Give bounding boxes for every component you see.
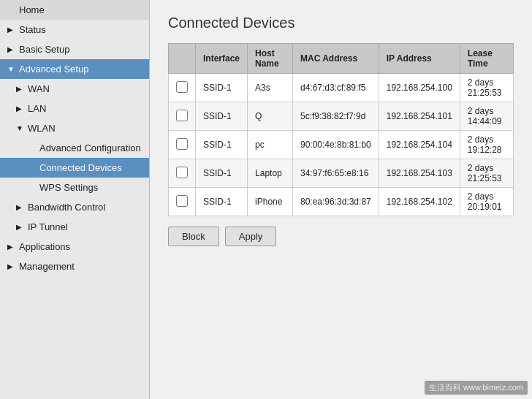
host-name: A3s [248,74,293,102]
action-buttons: Block Apply [168,227,514,246]
col-header-5: Lease Time [460,44,513,74]
sidebar-item-advanced-setup[interactable]: ▼Advanced Setup [0,59,149,79]
col-header-0 [169,44,196,74]
page-title: Connected Devices [168,15,514,31]
sidebar-label: WPS Settings [39,182,98,193]
apply-button[interactable]: Apply [225,227,277,246]
block-button[interactable]: Block [168,227,219,246]
sidebar-item-status[interactable]: ▶Status [0,20,149,39]
lease-time: 2 days 19:12:28 [460,131,513,159]
row-checkbox-cell [169,131,196,159]
interface: SSID-1 [196,131,248,159]
arrow-icon: ▶ [7,262,16,270]
host-name: Q [248,102,293,131]
sidebar-label: Connected Devices [39,162,122,173]
sidebar-label: Home [19,4,45,15]
sidebar-label: WAN [28,83,50,94]
table-row: SSID-1Laptop34:97:f6:65:e8:16192.168.254… [169,159,514,188]
sidebar-item-connected-devices[interactable]: Connected Devices [0,158,149,178]
interface: SSID-1 [196,102,248,131]
sidebar-label: Applications [19,241,70,252]
sidebar-item-applications[interactable]: ▶Applications [0,237,149,256]
ip-address: 192.168.254.101 [379,102,460,131]
table-row: SSID-1Q5c:f9:38:82:f7:9d192.168.254.1012… [169,102,514,131]
sidebar-item-wlan[interactable]: ▼WLAN [0,118,149,138]
sidebar-item-bandwidth-control[interactable]: ▶Bandwidth Control [0,197,149,217]
sidebar-item-lan[interactable]: ▶LAN [0,99,149,118]
col-header-2: Host Name [248,44,293,74]
host-name: pc [248,131,293,159]
sidebar-item-advanced-config[interactable]: Advanced Configuration [0,138,149,158]
host-name: iPhone [248,188,293,216]
main-content: Connected Devices InterfaceHost NameMAC … [150,0,532,399]
lease-time: 2 days 21:25:53 [460,74,513,102]
sidebar-label: LAN [28,103,46,114]
devices-table: InterfaceHost NameMAC AddressIP AddressL… [168,43,514,216]
arrow-icon: ▶ [7,26,16,34]
arrow-icon: ▶ [16,85,25,93]
sidebar-label: Advanced Setup [19,64,88,75]
row-checkbox-2[interactable] [176,138,188,150]
sidebar-item-basic-setup[interactable]: ▶Basic Setup [0,39,149,59]
lease-time: 2 days 20:19:01 [460,188,513,216]
ip-address: 192.168.254.103 [379,159,460,188]
ip-address: 192.168.254.102 [379,188,460,216]
arrow-icon: ▶ [7,243,16,251]
sidebar-item-wps-settings[interactable]: WPS Settings [0,178,149,197]
mac-address: 34:97:f6:65:e8:16 [292,159,379,188]
row-checkbox-cell [169,102,196,131]
table-row: SSID-1A3sd4:67:d3:cf:89:f5192.168.254.10… [169,74,514,102]
sidebar-item-ip-tunnel[interactable]: ▶IP Tunnel [0,217,149,237]
sidebar-label: Basic Setup [19,44,69,55]
arrow-icon: ▶ [16,104,25,113]
mac-address: 90:00:4e:8b:81:b0 [292,131,379,159]
arrow-icon: ▼ [7,65,16,73]
sidebar-label: WLAN [28,123,56,134]
row-checkbox-4[interactable] [176,195,188,207]
interface: SSID-1 [196,188,248,216]
arrow-icon: ▶ [16,203,25,211]
interface: SSID-1 [196,159,248,188]
arrow-placeholder [28,144,37,152]
table-header: InterfaceHost NameMAC AddressIP AddressL… [169,44,514,74]
lease-time: 2 days 21:25:53 [460,159,513,188]
row-checkbox-0[interactable] [176,81,188,93]
row-checkbox-cell [169,74,196,102]
sidebar-label: Management [19,261,75,272]
col-header-3: MAC Address [292,44,379,74]
ip-address: 192.168.254.100 [379,74,460,102]
arrow-icon: ▶ [7,45,16,53]
sidebar-item-home[interactable]: Home [0,0,149,20]
ip-address: 192.168.254.104 [379,131,460,159]
col-header-1: Interface [196,44,248,74]
row-checkbox-cell [169,188,196,216]
sidebar-label: Status [19,24,46,35]
host-name: Laptop [248,159,293,188]
row-checkbox-3[interactable] [176,167,188,178]
sidebar-label: Advanced Configuration [39,142,141,153]
row-checkbox-cell [169,159,196,188]
arrow-placeholder [7,6,16,14]
arrow-placeholder [28,183,37,191]
interface: SSID-1 [196,74,248,102]
arrow-icon: ▼ [16,124,25,132]
lease-time: 2 days 14:44:09 [460,102,513,131]
sidebar-label: Bandwidth Control [28,202,105,213]
table-row: SSID-1iPhone80:ea:96:3d:3d:87192.168.254… [169,188,514,216]
table-body: SSID-1A3sd4:67:d3:cf:89:f5192.168.254.10… [169,74,514,216]
row-checkbox-1[interactable] [176,110,188,121]
mac-address: 80:ea:96:3d:3d:87 [292,188,379,216]
col-header-4: IP Address [379,44,460,74]
arrow-icon: ▶ [16,223,25,231]
mac-address: d4:67:d3:cf:89:f5 [292,74,379,102]
sidebar: Home▶Status▶Basic Setup▼Advanced Setup▶W… [0,0,150,399]
sidebar-item-wan[interactable]: ▶WAN [0,79,149,99]
sidebar-label: IP Tunnel [28,221,68,232]
mac-address: 5c:f9:38:82:f7:9d [292,102,379,131]
arrow-placeholder [28,164,37,172]
sidebar-item-management[interactable]: ▶Management [0,256,149,276]
table-row: SSID-1pc90:00:4e:8b:81:b0192.168.254.104… [169,131,514,159]
